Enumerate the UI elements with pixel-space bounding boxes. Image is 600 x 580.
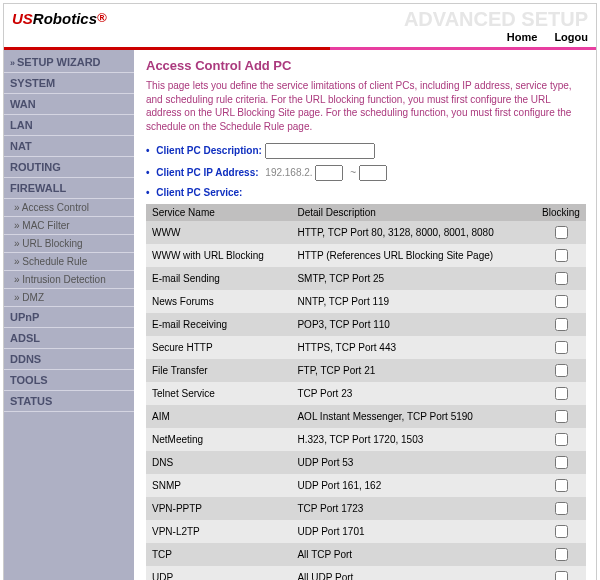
service-blocking-cell xyxy=(536,359,586,382)
ip-start-input[interactable] xyxy=(315,165,343,181)
ip-end-input[interactable] xyxy=(359,165,387,181)
service-row: DNSUDP Port 53 xyxy=(146,451,586,474)
logout-link[interactable]: Logou xyxy=(554,31,588,43)
service-blocking-cell xyxy=(536,405,586,428)
service-row: TCPAll TCP Port xyxy=(146,543,586,566)
service-row: VPN-PPTPTCP Port 1723 xyxy=(146,497,586,520)
client-desc-input[interactable] xyxy=(265,143,375,159)
sidebar-group-wan[interactable]: WAN xyxy=(4,94,134,115)
service-name-cell: NetMeeting xyxy=(146,428,291,451)
service-detail-cell: AOL Instant Messenger, TCP Port 5190 xyxy=(291,405,536,428)
blocking-checkbox[interactable] xyxy=(555,502,568,515)
blocking-checkbox[interactable] xyxy=(555,525,568,538)
sidebar: »SETUP WIZARD SYSTEMWANLANNATROUTINGFIRE… xyxy=(4,50,134,580)
service-name-cell: UDP xyxy=(146,566,291,580)
service-name-cell: File Transfer xyxy=(146,359,291,382)
client-desc-row: • Client PC Description: xyxy=(146,143,586,159)
service-blocking-cell xyxy=(536,543,586,566)
home-link[interactable]: Home xyxy=(507,31,538,43)
service-detail-cell: UDP Port 1701 xyxy=(291,520,536,543)
sidebar-sub-dmz[interactable]: » DMZ xyxy=(4,289,134,307)
service-row: E-mail SendingSMTP, TCP Port 25 xyxy=(146,267,586,290)
service-blocking-cell xyxy=(536,428,586,451)
sidebar-sub-access-control[interactable]: » Access Control xyxy=(4,199,134,217)
blocking-checkbox[interactable] xyxy=(555,456,568,469)
sidebar-setup-wizard[interactable]: »SETUP WIZARD xyxy=(4,52,134,73)
blocking-checkbox[interactable] xyxy=(555,295,568,308)
page-intro: This page lets you define the service li… xyxy=(146,79,586,133)
service-name-cell: DNS xyxy=(146,451,291,474)
page-title: Access Control Add PC xyxy=(146,58,586,73)
sidebar-group-ddns[interactable]: DDNS xyxy=(4,349,134,370)
service-name-cell: AIM xyxy=(146,405,291,428)
table-header-row: Service Name Detail Description Blocking xyxy=(146,204,586,221)
blocking-checkbox[interactable] xyxy=(555,249,568,262)
sidebar-sub-schedule-rule[interactable]: » Schedule Rule xyxy=(4,253,134,271)
service-detail-cell: POP3, TCP Port 110 xyxy=(291,313,536,336)
ip-range-sep: ~ xyxy=(350,167,356,178)
brand-logo: USRobotics® xyxy=(12,10,107,27)
blocking-checkbox[interactable] xyxy=(555,387,568,400)
sidebar-sub-url-blocking[interactable]: » URL Blocking xyxy=(4,235,134,253)
service-row: News ForumsNNTP, TCP Port 119 xyxy=(146,290,586,313)
blocking-checkbox[interactable] xyxy=(555,571,568,580)
service-row: VPN-L2TPUDP Port 1701 xyxy=(146,520,586,543)
service-detail-cell: TCP Port 1723 xyxy=(291,497,536,520)
service-blocking-cell xyxy=(536,497,586,520)
sidebar-group-system[interactable]: SYSTEM xyxy=(4,73,134,94)
blocking-checkbox[interactable] xyxy=(555,548,568,561)
blocking-checkbox[interactable] xyxy=(555,272,568,285)
service-name-cell: VPN-PPTP xyxy=(146,497,291,520)
sidebar-group-routing[interactable]: ROUTING xyxy=(4,157,134,178)
blocking-checkbox[interactable] xyxy=(555,318,568,331)
service-row: Telnet ServiceTCP Port 23 xyxy=(146,382,586,405)
blocking-checkbox[interactable] xyxy=(555,226,568,239)
main-content: Access Control Add PC This page lets you… xyxy=(134,50,596,580)
service-detail-cell: SMTP, TCP Port 25 xyxy=(291,267,536,290)
sidebar-group-adsl[interactable]: ADSL xyxy=(4,328,134,349)
blocking-checkbox[interactable] xyxy=(555,364,568,377)
client-desc-label: Client PC Description: xyxy=(156,145,262,156)
service-table: Service Name Detail Description Blocking… xyxy=(146,204,586,580)
blocking-checkbox[interactable] xyxy=(555,341,568,354)
service-row: SNMPUDP Port 161, 162 xyxy=(146,474,586,497)
service-detail-cell: All TCP Port xyxy=(291,543,536,566)
service-blocking-cell xyxy=(536,290,586,313)
blocking-checkbox[interactable] xyxy=(555,433,568,446)
service-row: File TransferFTP, TCP Port 21 xyxy=(146,359,586,382)
blocking-checkbox[interactable] xyxy=(555,479,568,492)
divider-bar xyxy=(4,47,596,50)
service-blocking-cell xyxy=(536,451,586,474)
service-row: WWW with URL BlockingHTTP (References UR… xyxy=(146,244,586,267)
service-name-cell: TCP xyxy=(146,543,291,566)
sidebar-group-status[interactable]: STATUS xyxy=(4,391,134,412)
service-row: WWWHTTP, TCP Port 80, 3128, 8000, 8001, … xyxy=(146,221,586,244)
service-detail-cell: HTTP, TCP Port 80, 3128, 8000, 8001, 808… xyxy=(291,221,536,244)
service-name-cell: News Forums xyxy=(146,290,291,313)
service-detail-cell: UDP Port 53 xyxy=(291,451,536,474)
service-detail-cell: FTP, TCP Port 21 xyxy=(291,359,536,382)
bullet-icon: • xyxy=(146,145,150,156)
sidebar-group-nat[interactable]: NAT xyxy=(4,136,134,157)
service-detail-cell: HTTPS, TCP Port 443 xyxy=(291,336,536,359)
service-row: NetMeetingH.323, TCP Port 1720, 1503 xyxy=(146,428,586,451)
sidebar-sub-intrusion-detection[interactable]: » Intrusion Detection xyxy=(4,271,134,289)
sidebar-sub-mac-filter[interactable]: » MAC Filter xyxy=(4,217,134,235)
service-detail-cell: UDP Port 161, 162 xyxy=(291,474,536,497)
service-name-cell: WWW xyxy=(146,221,291,244)
sidebar-group-tools[interactable]: TOOLS xyxy=(4,370,134,391)
service-blocking-cell xyxy=(536,382,586,405)
client-service-label: Client PC Service: xyxy=(156,187,242,198)
sidebar-group-lan[interactable]: LAN xyxy=(4,115,134,136)
blocking-checkbox[interactable] xyxy=(555,410,568,423)
service-blocking-cell xyxy=(536,566,586,580)
sidebar-group-upnp[interactable]: UPnP xyxy=(4,307,134,328)
service-row: AIMAOL Instant Messenger, TCP Port 5190 xyxy=(146,405,586,428)
service-blocking-cell xyxy=(536,474,586,497)
service-name-cell: SNMP xyxy=(146,474,291,497)
sidebar-group-firewall[interactable]: FIREWALL xyxy=(4,178,134,199)
client-ip-label: Client PC IP Address: xyxy=(156,167,258,178)
bullet-icon: • xyxy=(146,167,150,178)
service-blocking-cell xyxy=(536,221,586,244)
chevron-right-icon: » xyxy=(10,58,15,68)
